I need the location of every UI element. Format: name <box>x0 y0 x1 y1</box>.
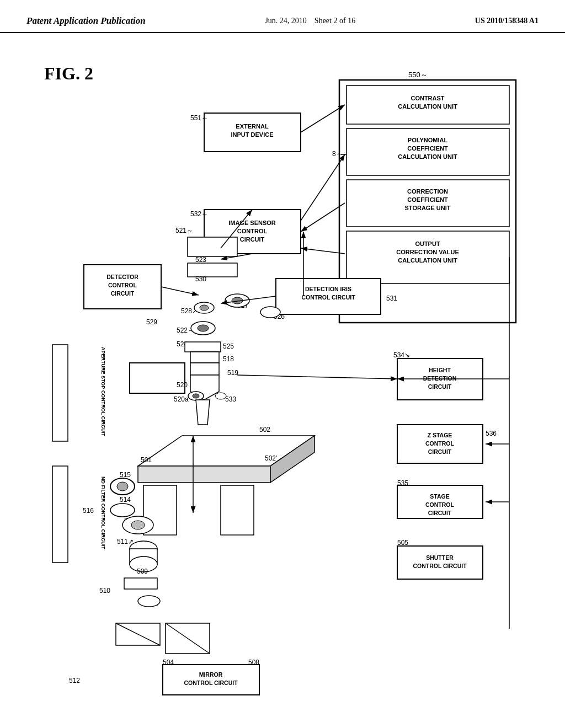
stage-ctrl-label2: CONTROL <box>425 501 454 508</box>
corr-storage-label2: COEFFICIENT <box>407 196 448 203</box>
svg-point-46 <box>193 394 199 398</box>
detector-ctrl-label1: DETECTOR <box>106 274 138 280</box>
ref-505: 505 <box>397 539 408 547</box>
stage-ctrl-label1: STAGE <box>430 493 449 500</box>
svg-marker-48 <box>196 400 210 425</box>
ref-519: 519 <box>227 369 238 377</box>
svg-point-47 <box>215 393 226 399</box>
ref-520: 520 <box>177 381 188 389</box>
ref-516: 516 <box>83 507 94 515</box>
output-corr-label3: CALCULATION UNIT <box>398 257 457 264</box>
img-sensor-label1: IMAGE SENSOR <box>228 220 276 226</box>
ref-533: 533 <box>225 395 236 403</box>
svg-point-51 <box>117 482 128 491</box>
nd-filter-label: ND FILTER CONTROL CIRCUIT <box>100 477 106 550</box>
svg-rect-4 <box>347 180 509 227</box>
ref-525: 525 <box>223 342 234 350</box>
publication-label: Patent Application Publication <box>26 15 146 26</box>
diagram-svg: 550～ CONTRAST CALCULATION UNIT POLYNOMIA… <box>33 50 530 722</box>
svg-rect-41 <box>190 352 219 363</box>
shutter-label1: SHUTTER <box>426 554 454 561</box>
svg-line-14 <box>161 287 199 295</box>
ref-508: 508 <box>248 659 259 666</box>
stage-ctrl-label3: CIRCUIT <box>428 510 452 516</box>
ref-535: 535 <box>397 479 408 487</box>
poly-label3: CALCULATION UNIT <box>398 153 457 160</box>
svg-point-52 <box>110 504 135 517</box>
ref-530: 530 <box>195 275 206 283</box>
page-header: Patent Application Publication Jun. 24, … <box>0 0 565 33</box>
svg-rect-28 <box>221 485 254 535</box>
svg-line-9 <box>301 154 345 221</box>
ext-input-label2: INPUT DEVICE <box>231 131 273 138</box>
z-stage-label1: Z STAGE <box>428 432 452 438</box>
header-date: Jun. 24, 2010 <box>265 17 306 25</box>
z-stage-label3: CIRCUIT <box>428 448 452 455</box>
svg-line-10 <box>301 203 345 232</box>
main-content: FIG. 2 550～ CONTRAST CALCULATION UNIT PO… <box>0 33 565 717</box>
corr-storage-label1: CORRECTION <box>407 188 448 195</box>
ref-551: 551～ <box>190 114 208 122</box>
ref-504: 504 <box>163 659 174 666</box>
poly-label2: COEFFICIENT <box>407 145 448 152</box>
svg-rect-19 <box>52 345 68 441</box>
detector-ctrl-label2: CONTROL <box>108 282 137 288</box>
svg-rect-20 <box>52 466 68 563</box>
svg-line-49 <box>237 375 397 379</box>
img-sensor-label2: CONTROL <box>237 228 268 234</box>
svg-marker-25 <box>138 466 270 483</box>
svg-rect-58 <box>124 578 157 589</box>
ref-523: 523 <box>195 256 206 264</box>
header-sheet: Sheet 2 of 16 <box>315 17 355 25</box>
ref-502: 502 <box>259 426 270 433</box>
ref-509: 509 <box>137 568 148 575</box>
svg-rect-31 <box>188 237 237 256</box>
height-detect-label2: DETECTION <box>423 375 457 382</box>
ref-529: 529 <box>146 318 157 326</box>
detect-iris-label2: CONTROL CIRCUIT <box>301 294 355 301</box>
detector-ctrl-label3: CIRCUIT <box>111 290 135 297</box>
svg-point-54 <box>131 521 145 529</box>
ref-511: 511↗ <box>117 538 134 545</box>
ref-532: 532～ <box>190 210 208 218</box>
svg-rect-42 <box>190 363 219 375</box>
contrast-label2: CALCULATION UNIT <box>398 103 457 110</box>
mirror-label1: MIRROR <box>199 671 223 678</box>
patent-number: US 2010/158348 A1 <box>475 17 539 25</box>
corr-storage-label3: STORAGE UNIT <box>405 205 451 211</box>
ref-515: 515 <box>120 471 131 479</box>
svg-point-36 <box>200 305 209 311</box>
shutter-label2: CONTROL CIRCUIT <box>413 563 467 569</box>
ref-534: 534↘ <box>393 351 410 359</box>
ref-521: 521～ <box>175 227 193 234</box>
ref-512: 512 <box>69 677 80 684</box>
output-corr-label1: OUTPUT <box>415 240 440 247</box>
ref-501: 501 <box>141 456 152 464</box>
ref-514: 514 <box>120 496 131 504</box>
svg-point-39 <box>198 325 209 331</box>
svg-point-59 <box>138 596 160 607</box>
header-center: Jun. 24, 2010 Sheet 2 of 16 <box>265 17 355 25</box>
output-corr-label2: CORRECTION VALUE <box>396 249 459 255</box>
ext-input-label1: EXTERNAL <box>236 123 269 130</box>
ref-531: 531 <box>386 295 397 302</box>
contrast-label: CONTRAST <box>411 95 444 101</box>
ref-8: 8～ <box>332 150 343 158</box>
detect-iris-label1: DETECTION IRIS <box>305 286 351 292</box>
svg-line-7 <box>301 105 345 132</box>
height-detect-label3: CIRCUIT <box>428 383 452 390</box>
ref-502p: 502' <box>265 454 277 462</box>
svg-rect-2 <box>347 129 509 175</box>
mirror-label2: CONTROL CIRCUIT <box>184 679 238 686</box>
ref-520a: 520a <box>174 395 189 403</box>
aperture-label: APERTURE STOP CONTROL CIRCUIT <box>100 347 106 437</box>
img-sensor-label3: CIRCUIT <box>240 236 265 243</box>
ref-536: 536 <box>486 430 497 437</box>
poly-label1: POLYNOMIAL <box>408 137 448 143</box>
ref-510: 510 <box>99 587 110 595</box>
svg-line-11 <box>301 248 345 254</box>
height-detect-label1: HEIGHT <box>429 367 451 373</box>
svg-rect-40 <box>185 342 221 352</box>
svg-point-37 <box>260 307 280 318</box>
ref-518: 518 <box>223 355 234 363</box>
